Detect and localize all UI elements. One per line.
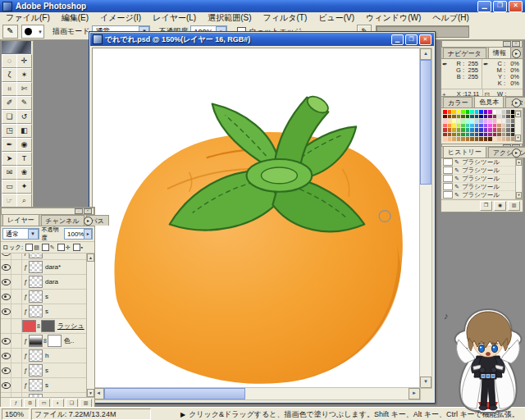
vertical-scrollbar[interactable]: ▲ ▼ [419, 48, 432, 389]
toolbox-banner[interactable] [2, 41, 31, 54]
layer-row[interactable]: ƒs [1, 363, 94, 378]
layer-link-column[interactable] [11, 334, 22, 348]
layer-thumbnail[interactable] [29, 261, 43, 273]
swatches-tab-0[interactable]: カラー [443, 97, 472, 107]
layer-row[interactable]: 8ラッシュ [1, 319, 94, 334]
magic-wand-tool[interactable]: ✶ [16, 68, 32, 82]
airbrush-tool[interactable]: ✐ [2, 96, 17, 110]
menu-item-8[interactable]: ヘルプ(H) [427, 12, 475, 24]
layers-tab-1[interactable]: チャンネル [41, 215, 84, 226]
rectangle-tool[interactable]: ▭ [2, 180, 17, 194]
doc-maximize-button[interactable]: ❐ [405, 34, 418, 45]
layer-row[interactable]: ƒdara [1, 275, 94, 290]
scroll-down-icon[interactable]: ▼ [515, 135, 521, 141]
history-entry[interactable]: ✎ブラシツール [441, 175, 523, 183]
menu-item-1[interactable]: 編集(E) [56, 12, 94, 24]
scroll-down-icon[interactable]: ▼ [420, 377, 431, 388]
layer-thumbnail[interactable] [29, 305, 43, 317]
maximize-button[interactable]: ❐ [493, 1, 507, 12]
layer-thumbnail[interactable] [29, 394, 43, 397]
history-brush-tool[interactable]: ↺ [16, 110, 32, 124]
layer-visibility-toggle[interactable] [1, 304, 11, 318]
paintbrush-tool[interactable]: ✎ [16, 96, 32, 110]
history-scrollbar[interactable]: ▲ ▼ [515, 158, 523, 199]
layer-link-column[interactable] [11, 253, 22, 259]
resize-grip[interactable] [420, 388, 432, 400]
zoom-tool[interactable]: ⌕ [16, 194, 32, 208]
swatches-scrollbar[interactable]: ▲ ▼ [514, 110, 522, 142]
file-size-indicator[interactable]: ファイル: 7.22M/13.24M [31, 409, 151, 420]
info-tab-1[interactable]: 情報 [488, 47, 511, 58]
menu-item-0[interactable]: ファイル(F) [0, 12, 56, 24]
eraser-tool[interactable]: ◳ [2, 124, 17, 138]
history-entry[interactable]: ✎ブラシツール [441, 191, 523, 199]
elliptical-marquee-tool[interactable]: ◌ [2, 54, 17, 68]
slider-arrow-icon[interactable]: ▸ [84, 229, 92, 240]
type-tool[interactable]: T [16, 152, 32, 166]
layer-visibility-toggle[interactable] [1, 349, 11, 363]
history-thumbnail[interactable] [443, 175, 453, 182]
layers-tab-0[interactable]: レイヤー [2, 214, 39, 226]
palette-menu-icon[interactable]: ▸ [84, 217, 93, 226]
notes-tool[interactable]: ✉ [2, 166, 17, 180]
scrollbar-thumb[interactable] [420, 60, 431, 185]
horizontal-scrollbar[interactable]: ◄ ► [92, 387, 421, 400]
layer-link-column[interactable] [11, 378, 22, 392]
history-entry[interactable]: ✎ブラシツール [441, 167, 523, 175]
layer-row[interactable]: ƒ8色.. [1, 334, 94, 349]
history-thumbnail[interactable] [443, 167, 453, 174]
lock-checkbox-2[interactable] [57, 244, 65, 251]
document-canvas[interactable] [92, 48, 421, 389]
minimize-button[interactable]: ▁ [477, 1, 491, 12]
layer-visibility-toggle[interactable] [1, 393, 11, 397]
menu-item-5[interactable]: フィルタ(T) [258, 12, 313, 24]
history-entry[interactable]: ✎ブラシツール [441, 183, 523, 191]
layer-row[interactable]: ƒdara* [1, 260, 94, 275]
delete-state-button[interactable]: ▥ [508, 201, 520, 211]
layer-visibility-toggle[interactable] [1, 319, 11, 333]
history-thumbnail[interactable] [443, 158, 453, 166]
move-tool[interactable]: ✛ [16, 54, 32, 68]
document-titlebar[interactable]: でれでれ.psd @ 150%(レイヤー 16, RGB#) ▁ ❐ ✕ [90, 33, 434, 46]
palette-close-icon[interactable]: × [512, 41, 520, 47]
new-snapshot-button[interactable]: ◉ [494, 201, 506, 211]
scroll-up-icon[interactable]: ▲ [420, 48, 431, 60]
layer-thumbnail[interactable] [29, 276, 43, 288]
zoom-level-field[interactable]: 150% [2, 409, 30, 420]
layer-thumbnail[interactable] [29, 379, 43, 391]
layer-link-column[interactable] [11, 319, 22, 333]
layer-blend-mode-select[interactable]: 通常 ▼ [2, 228, 39, 240]
palette-menu-icon[interactable]: ▸ [512, 49, 521, 58]
menu-item-7[interactable]: ウィンドウ(W) [360, 12, 427, 24]
layer-visibility-toggle[interactable] [1, 275, 11, 289]
layer-thumbnail[interactable] [29, 364, 43, 377]
lock-checkbox-3[interactable] [73, 244, 80, 251]
lock-checkbox-1[interactable] [42, 244, 49, 251]
menu-item-6[interactable]: ビュー(V) [313, 12, 360, 24]
lasso-tool[interactable]: ζ [2, 68, 17, 82]
layer-visibility-toggle[interactable] [1, 290, 11, 304]
scroll-right-icon[interactable]: ► [409, 388, 420, 399]
layer-link-column[interactable] [11, 393, 22, 397]
blur-tool[interactable]: ◉ [16, 138, 32, 152]
layer-link-column[interactable] [11, 349, 22, 363]
layers-scrollbar[interactable]: ▲ ▼ [86, 253, 94, 397]
crop-tool[interactable]: ⌗ [2, 82, 17, 96]
layer-row[interactable]: ƒレイヤー 13 [1, 393, 94, 397]
brush-preset-picker[interactable]: ▼ [21, 25, 44, 39]
pen-tool[interactable]: ✒ [2, 138, 17, 152]
layer-visibility-toggle[interactable] [1, 334, 11, 348]
layer-visibility-toggle[interactable] [1, 253, 11, 259]
layer-visibility-toggle[interactable] [1, 363, 11, 377]
layer-link-column[interactable] [11, 260, 22, 274]
scroll-down-icon[interactable]: ▼ [516, 192, 522, 199]
layer-row[interactable]: ƒs [1, 290, 94, 304]
palette-close-icon[interactable]: × [84, 208, 92, 214]
layer-link-column[interactable] [11, 275, 22, 289]
palette-menu-icon[interactable]: ▸ [512, 148, 521, 158]
lock-checkbox-0[interactable] [25, 244, 33, 251]
palette-minimize-icon[interactable]: - [75, 208, 83, 214]
new-document-from-state-button[interactable]: ❐ [480, 201, 492, 211]
scroll-up-icon[interactable]: ▲ [87, 253, 94, 262]
eyedropper-tool[interactable]: ✦ [16, 180, 32, 194]
